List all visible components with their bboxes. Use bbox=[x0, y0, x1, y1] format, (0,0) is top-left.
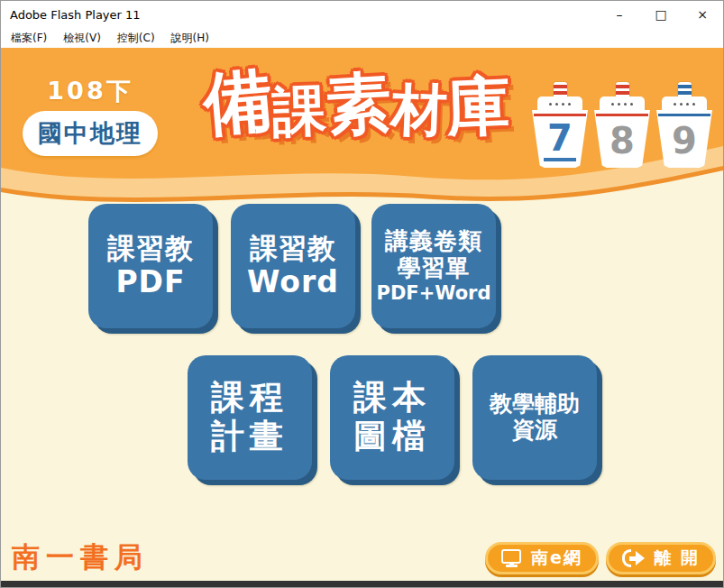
boat-hull: 9 bbox=[656, 110, 712, 168]
boat-tab-grade9[interactable]: 9 bbox=[656, 82, 712, 170]
button-label-line: 課程 bbox=[211, 379, 289, 418]
title-char: 素 bbox=[325, 69, 393, 138]
boat-hull: 8 bbox=[594, 110, 650, 168]
nan-e-net-label: 南e網 bbox=[531, 547, 582, 570]
titlebar: Adobe Flash Player 11 – □ × bbox=[1, 1, 723, 28]
menu-view[interactable]: 檢視(V) bbox=[55, 28, 109, 49]
button-label-line: PDF+Word bbox=[377, 282, 491, 304]
menu-file[interactable]: 檔案(F) bbox=[3, 28, 55, 49]
title-char: 庫 bbox=[446, 74, 511, 139]
minimize-icon[interactable]: – bbox=[599, 1, 640, 28]
subject-pill: 國中地理 bbox=[23, 111, 158, 156]
grade-boat-tabs: 7 8 bbox=[532, 82, 712, 170]
exit-button[interactable]: 離 開 bbox=[606, 542, 716, 574]
flash-stage: 108下 國中地理 備 課 素 材 庫 7 bbox=[1, 48, 723, 587]
boat-number: 8 bbox=[609, 123, 635, 159]
close-icon[interactable]: × bbox=[682, 1, 723, 28]
title-char: 課 bbox=[271, 83, 327, 139]
boat-cabin bbox=[537, 96, 582, 111]
button-label-line: PDF bbox=[115, 265, 185, 299]
page-title: 備 課 素 材 庫 bbox=[204, 68, 510, 136]
boat-number: 7 bbox=[544, 120, 576, 161]
exit-arrow-icon bbox=[622, 549, 646, 567]
boat-hull: 7 bbox=[532, 110, 588, 168]
nan-e-net-button[interactable]: 南e網 bbox=[485, 542, 599, 574]
title-char: 材 bbox=[390, 81, 448, 139]
button-label-line: 計畫 bbox=[211, 418, 289, 456]
boat-cabin bbox=[600, 96, 645, 111]
button-label-line: 圖檔 bbox=[353, 418, 431, 456]
boat-number: 9 bbox=[672, 123, 697, 159]
button-curriculum-plan[interactable]: 課程 計畫 bbox=[188, 355, 312, 480]
window-title: Adobe Flash Player 11 bbox=[1, 8, 141, 22]
button-label-line: 課習教 bbox=[107, 233, 194, 265]
exit-label: 離 開 bbox=[654, 547, 700, 570]
button-label-line: 教學輔助 bbox=[490, 391, 580, 418]
boat-tab-grade7[interactable]: 7 bbox=[532, 82, 588, 170]
button-handouts-worksheets[interactable]: 講義卷類 學習單 PDF+Word bbox=[371, 204, 496, 328]
button-label-line: 學習單 bbox=[398, 255, 471, 282]
button-label-line: Word bbox=[247, 265, 339, 299]
boat-tab-grade8[interactable]: 8 bbox=[594, 82, 650, 170]
menu-help[interactable]: 說明(H) bbox=[163, 28, 217, 49]
edition-badge: 108下 國中地理 bbox=[23, 75, 158, 156]
button-keshijiao-pdf[interactable]: 課習教 PDF bbox=[88, 204, 213, 328]
maximize-icon[interactable]: □ bbox=[640, 1, 682, 28]
menubar: 檔案(F) 檢視(V) 控制(C) 說明(H) bbox=[1, 28, 723, 48]
button-keshijiao-word[interactable]: 課習教 Word bbox=[231, 204, 355, 328]
app-window: Adobe Flash Player 11 – □ × 檔案(F) 檢視(V) … bbox=[0, 0, 724, 588]
monitor-icon bbox=[501, 549, 523, 567]
window-controls: – □ × bbox=[599, 1, 723, 28]
title-char: 備 bbox=[201, 65, 275, 139]
publisher-logo: 南一書局 bbox=[12, 538, 149, 576]
bottom-edge-bar bbox=[1, 581, 723, 587]
button-teaching-aids[interactable]: 教學輔助 資源 bbox=[472, 355, 597, 480]
button-textbook-images[interactable]: 課本 圖檔 bbox=[330, 355, 454, 480]
boat-cabin bbox=[662, 96, 707, 111]
button-label-line: 課本 bbox=[353, 379, 431, 418]
grade-label: 108下 bbox=[23, 75, 158, 107]
header-banner: 108下 國中地理 備 課 素 材 庫 7 bbox=[1, 48, 723, 197]
button-label-line: 資源 bbox=[512, 418, 557, 444]
button-label-line: 講義卷類 bbox=[385, 228, 482, 255]
button-label-line: 課習教 bbox=[250, 233, 336, 265]
menu-control[interactable]: 控制(C) bbox=[109, 28, 163, 49]
